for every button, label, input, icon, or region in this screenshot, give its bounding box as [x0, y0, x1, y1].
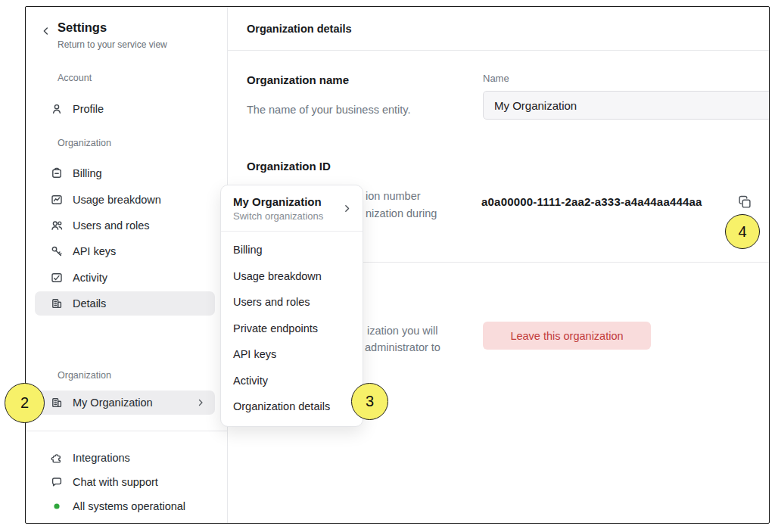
sidebar-item-label: Billing: [73, 167, 102, 179]
puzzle-icon: [50, 451, 64, 465]
sidebar-item-users-and-roles[interactable]: Users and roles: [35, 213, 215, 238]
section-label-organization: Organization: [58, 138, 111, 148]
org-id-heading: Organization ID: [247, 160, 331, 173]
menu-item-activity[interactable]: Activity: [221, 368, 363, 394]
org-name-heading: Organization name: [247, 73, 349, 86]
organization-switcher-menu: My Organization Switch organizations Bil…: [220, 185, 363, 427]
menu-item-organization-details[interactable]: Organization details: [221, 394, 363, 420]
leave-description-fragment-2: administrator to: [365, 341, 440, 353]
sidebar-footer-divider: [26, 431, 227, 431]
sidebar-item-label: Details: [73, 297, 106, 310]
organization-building-icon: [50, 396, 64, 409]
sidebar-item-my-organization[interactable]: My Organization: [35, 390, 215, 415]
menu-current-organization[interactable]: My Organization Switch organizations: [221, 185, 363, 232]
annotation-badge-2: 2: [5, 383, 45, 423]
name-field-label: Name: [483, 73, 509, 84]
users-icon: [50, 219, 64, 232]
sidebar-item-label: My Organization: [73, 397, 153, 409]
sidebar-item-label: Activity: [73, 272, 107, 284]
menu-item-users-and-roles[interactable]: Users and roles: [221, 289, 363, 316]
copy-icon: [737, 201, 752, 212]
sidebar-item-label: Integrations: [73, 452, 130, 464]
sidebar-item-label: Profile: [73, 103, 104, 115]
annotation-badge-3: 3: [351, 383, 388, 420]
sidebar-item-label: Users and roles: [73, 219, 150, 232]
sidebar-item-label: API keys: [73, 245, 116, 257]
header-divider: [228, 50, 769, 51]
back-chevron-icon[interactable]: [40, 25, 52, 37]
billing-icon: [50, 166, 64, 180]
usage-chart-icon: [50, 193, 64, 207]
sidebar-item-label: Usage breakdown: [73, 194, 161, 206]
chevron-right-icon: [195, 397, 206, 408]
sidebar-item-usage-breakdown[interactable]: Usage breakdown: [35, 188, 215, 212]
organization-name-input[interactable]: [483, 91, 770, 120]
menu-item-usage-breakdown[interactable]: Usage breakdown: [221, 263, 363, 290]
settings-window: Settings Return to your service view Acc…: [25, 6, 770, 524]
leave-description-fragment-1: ization you will: [367, 325, 438, 337]
sidebar-subtitle[interactable]: Return to your service view: [58, 39, 167, 50]
chevron-right-icon: [341, 203, 353, 215]
sidebar-item-activity[interactable]: Activity: [35, 266, 215, 290]
chat-bubble-icon: [50, 475, 64, 489]
sidebar-title: Settings: [58, 20, 107, 35]
org-id-description-fragment-2: nization during: [366, 207, 437, 219]
sidebar-item-profile[interactable]: Profile: [35, 97, 215, 121]
leave-organization-button[interactable]: Leave this organization: [483, 322, 651, 350]
sidebar-item-label: Chat with support: [73, 476, 158, 488]
person-icon: [50, 102, 64, 116]
menu-item-private-endpoints[interactable]: Private endpoints: [221, 316, 363, 342]
sidebar-item-details[interactable]: Details: [35, 291, 215, 316]
menu-org-subtitle: Switch organizations: [233, 210, 350, 222]
section-label-organization-switcher: Organization: [58, 370, 111, 381]
status-green-dot-icon: [50, 499, 64, 513]
copy-org-id-button[interactable]: [734, 192, 755, 213]
menu-org-title: My Organization: [233, 195, 350, 208]
annotation-badge-4: 4: [725, 214, 760, 249]
menu-item-billing[interactable]: Billing: [221, 237, 363, 263]
organization-building-icon: [50, 297, 64, 310]
section-label-account: Account: [58, 73, 92, 83]
page-title: Organization details: [247, 23, 352, 35]
menu-item-api-keys[interactable]: API keys: [221, 341, 363, 368]
org-id-description-fragment-1: ion number: [366, 190, 421, 202]
sidebar-item-api-keys[interactable]: API keys: [35, 239, 215, 263]
key-icon: [50, 244, 64, 258]
sidebar-item-chat-with-support[interactable]: Chat with support: [35, 470, 215, 494]
status-text: All systems operational: [73, 500, 185, 512]
sidebar-item-billing[interactable]: Billing: [35, 161, 215, 185]
sidebar-item-system-status[interactable]: All systems operational: [35, 494, 215, 518]
sidebar-item-integrations[interactable]: Integrations: [35, 446, 215, 470]
activity-icon: [50, 271, 64, 285]
menu-items: Billing Usage breakdown Users and roles …: [221, 232, 363, 420]
org-name-description: The name of your business entity.: [247, 104, 411, 116]
organization-id-value: a0a00000-1111-2aa2-a333-a4a44aa444aa: [481, 195, 702, 208]
